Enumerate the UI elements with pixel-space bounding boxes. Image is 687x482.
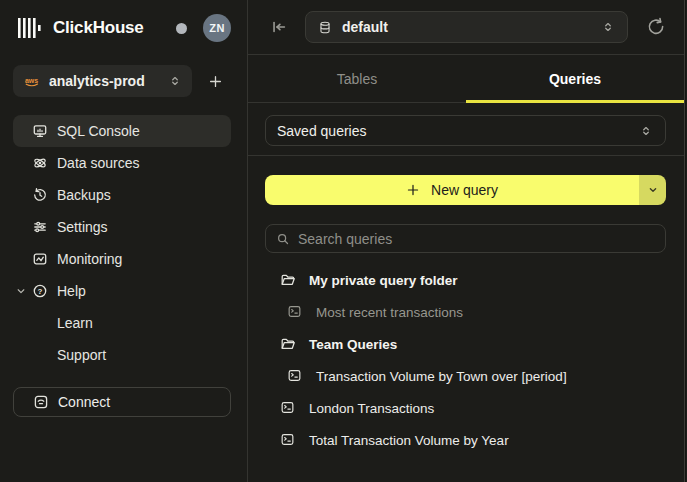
terminal-icon (287, 368, 303, 384)
saved-queries-selector[interactable]: Saved queries (265, 115, 666, 146)
backups-icon (32, 187, 48, 203)
sidebar-nav: SQL Console Data sources (13, 115, 231, 371)
connect-button[interactable]: Connect (13, 387, 231, 417)
settings-icon (32, 219, 48, 235)
service-selector[interactable]: aws analytics-prod (13, 65, 192, 97)
svg-text:?: ? (38, 287, 43, 296)
sidebar-item-backups[interactable]: Backups (13, 179, 231, 211)
query-item[interactable]: Total Transaction Volume by Year (265, 424, 666, 456)
database-selector-value: default (342, 19, 388, 35)
query-folder[interactable]: My private query folder (265, 264, 666, 296)
refresh-icon[interactable] (646, 17, 666, 37)
chevron-down-icon[interactable] (16, 286, 26, 296)
aws-icon: aws (23, 75, 41, 88)
plus-icon (406, 183, 420, 197)
connect-icon (33, 394, 49, 410)
sidebar-item-label: Settings (57, 219, 108, 235)
query-folder[interactable]: Team Queries (265, 328, 666, 360)
database-icon (318, 20, 332, 35)
query-item[interactable]: Most recent transactions (265, 296, 666, 328)
sidebar: ClickHouse ZN aws analytics-prod (0, 0, 248, 482)
connect-button-label: Connect (58, 394, 110, 410)
chevron-updown-icon (601, 20, 615, 34)
tab-queries[interactable]: Queries (466, 55, 684, 102)
search-icon (276, 232, 290, 246)
panel-right-edge (684, 0, 686, 482)
terminal-icon (280, 432, 296, 448)
new-query-split-button: New query (265, 175, 666, 205)
monitoring-icon (32, 251, 48, 267)
new-query-dropdown-button[interactable] (639, 175, 666, 205)
terminal-icon (287, 304, 303, 320)
saved-queries-value: Saved queries (277, 123, 367, 139)
status-dot (176, 23, 187, 34)
query-tree: My private query folder Most recent tran… (265, 264, 666, 456)
add-service-button[interactable] (200, 65, 231, 97)
chevron-down-icon (647, 184, 659, 196)
svg-text:aws: aws (25, 76, 38, 83)
sidebar-item-label: SQL Console (57, 123, 140, 139)
collapse-panel-icon[interactable] (270, 18, 288, 36)
new-query-label: New query (431, 182, 498, 198)
search-box (265, 224, 666, 253)
clickhouse-app: ClickHouse ZN aws analytics-prod (0, 0, 687, 482)
data-sources-icon (32, 155, 48, 171)
queries-panel: default Tables Queries (248, 0, 684, 482)
sidebar-item-learn[interactable]: Learn (13, 307, 231, 339)
help-icon: ? (32, 283, 48, 299)
sidebar-item-label: Backups (57, 187, 111, 203)
sidebar-header: ClickHouse ZN (13, 12, 231, 44)
query-item[interactable]: Transaction Volume by Town over [period] (265, 360, 666, 392)
sidebar-item-label: Monitoring (57, 251, 122, 267)
sidebar-item-monitoring[interactable]: Monitoring (13, 243, 231, 275)
clickhouse-logo-icon (17, 17, 44, 39)
panel-topbar: default (248, 0, 684, 55)
avatar[interactable]: ZN (203, 14, 231, 42)
sidebar-item-data-sources[interactable]: Data sources (13, 147, 231, 179)
sidebar-item-label: Help (57, 283, 86, 299)
sidebar-item-settings[interactable]: Settings (13, 211, 231, 243)
search-queries-input[interactable] (298, 231, 655, 247)
sidebar-item-help[interactable]: ? Help (13, 275, 231, 307)
sidebar-item-sql-console[interactable]: SQL Console (13, 115, 231, 147)
terminal-icon (280, 400, 296, 416)
folder-open-icon (280, 272, 296, 288)
active-tab-underline (466, 100, 684, 103)
sidebar-item-support[interactable]: Support (13, 339, 231, 371)
chevron-updown-icon (168, 74, 182, 88)
saved-queries-section: Saved queries (248, 103, 684, 156)
query-item[interactable]: London Transactions (265, 392, 666, 424)
plus-icon (208, 74, 223, 89)
service-row: aws analytics-prod (13, 65, 231, 97)
service-selector-value: analytics-prod (49, 73, 145, 89)
sidebar-item-label: Data sources (57, 155, 139, 171)
new-query-button[interactable]: New query (265, 175, 639, 205)
panel-tabs: Tables Queries (248, 55, 684, 103)
app-title: ClickHouse (53, 18, 144, 38)
database-selector[interactable]: default (305, 11, 628, 43)
tab-tables[interactable]: Tables (248, 55, 466, 102)
chevron-updown-icon (639, 124, 653, 138)
folder-open-icon (280, 336, 296, 352)
query-area: New query (248, 156, 684, 456)
console-icon (32, 123, 48, 139)
